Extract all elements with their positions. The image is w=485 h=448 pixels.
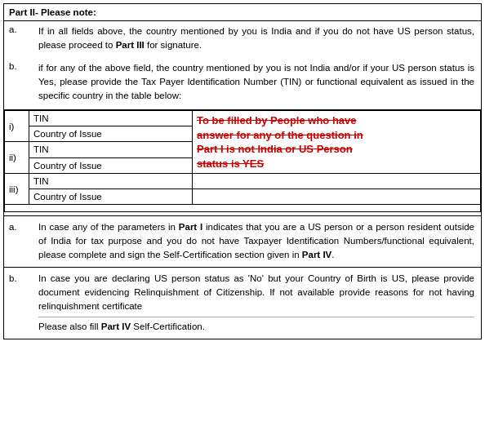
section-b-text: if for any of the above field, the count… xyxy=(38,61,474,104)
note-section-b: b. In case you are declaring US person s… xyxy=(4,268,481,339)
tin-row-iii-country-label: Country of Issue xyxy=(29,189,193,205)
note-a-content: In case any of the parameters in Part I … xyxy=(38,220,474,263)
section-b-text1: if for any of the above field, the count… xyxy=(38,63,474,101)
red-note-line1: To be filled by People who have xyxy=(197,114,357,126)
note-section-a: a. In case any of the parameters in Part… xyxy=(4,216,481,268)
red-note-text: To be filled by People who have answer f… xyxy=(197,113,476,171)
red-note-line3b: or US Person xyxy=(283,143,353,155)
part-header: Part II- Please note: xyxy=(4,4,481,21)
note-a-label: a. xyxy=(9,220,20,263)
tin-row-i: i) TIN To be filled by People who have a… xyxy=(5,111,481,126)
please-fill-section: Please also fill Part IV Self-Certificat… xyxy=(38,317,474,334)
tin-row-iii: iii) TIN xyxy=(5,174,481,189)
note-b-label: b. xyxy=(9,272,20,335)
tin-row-iii-num: iii) xyxy=(5,174,29,205)
section-a-text2: for signature. xyxy=(145,40,202,50)
tin-row-iii-country: Country of Issue xyxy=(5,189,481,205)
red-note-line4: status is YES xyxy=(197,157,264,170)
section-b: b. if for any of the above field, the co… xyxy=(4,58,481,109)
tin-row-ii-country-label: Country of Issue xyxy=(29,158,193,174)
tin-row-iii-country-value xyxy=(193,189,481,205)
note-b-part4: Part IV xyxy=(101,322,131,331)
tin-table-container: i) TIN To be filled by People who have a… xyxy=(4,109,481,212)
section-a: a. If in all fields above, the country m… xyxy=(4,21,481,58)
tin-row-i-tin-label: TIN xyxy=(29,111,193,126)
section-a-text1: If in all fields above, the country ment… xyxy=(38,26,474,50)
note-b-text-main: In case you are declaring US person stat… xyxy=(38,273,474,312)
tin-row-iii-tin-value xyxy=(193,174,481,189)
tin-row-i-country-label: Country of Issue xyxy=(29,126,193,142)
spacer-row xyxy=(5,205,481,211)
tin-row-ii-tin-label: TIN xyxy=(29,142,193,158)
section-a-text: If in all fields above, the country ment… xyxy=(38,24,474,53)
section-a-part3: Part III xyxy=(116,40,145,50)
tin-table: i) TIN To be filled by People who have a… xyxy=(4,110,481,211)
note-a-part1: Part I xyxy=(179,222,202,232)
red-note-india: India xyxy=(257,143,282,155)
note-a-text3: . xyxy=(331,250,334,259)
bottom-section: a. In case any of the parameters in Part… xyxy=(4,215,481,339)
note-a-part4: Part IV xyxy=(302,250,331,259)
main-container: Part II- Please note: a. If in all field… xyxy=(3,3,482,339)
tin-row-ii-num: ii) xyxy=(5,142,29,174)
note-b-text-self: Self-Certification. xyxy=(131,322,205,331)
section-a-label: a. xyxy=(9,24,20,53)
part-header-text: Part II- Please note: xyxy=(9,7,96,17)
note-b-please-fill-text: Please also fill xyxy=(38,322,101,331)
red-note-line3a: Part I is not xyxy=(197,143,257,155)
red-note-cell: To be filled by People who have answer f… xyxy=(193,111,481,174)
red-note-line2: answer for any of the question in xyxy=(197,129,363,141)
tin-row-iii-tin-label: TIN xyxy=(29,174,193,189)
note-a-text1: In case any of the parameters in xyxy=(38,222,179,232)
note-b-content: In case you are declaring US person stat… xyxy=(38,272,474,335)
section-b-label: b. xyxy=(9,61,20,104)
tin-row-i-num: i) xyxy=(5,111,29,142)
